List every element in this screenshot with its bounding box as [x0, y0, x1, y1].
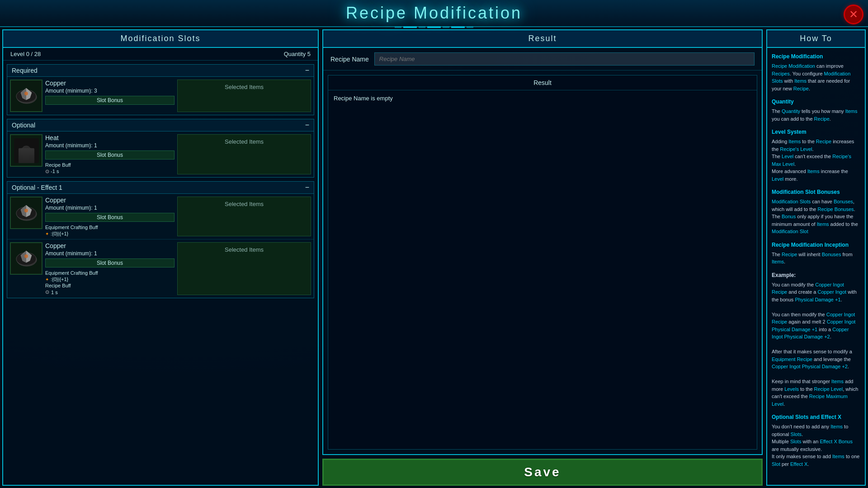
effect1-slot1-row: Copper Amount (minimum): 1 Slot Bonus Eq…	[7, 194, 314, 239]
close-button[interactable]: ✕	[844, 5, 863, 24]
example-hl11: Recipe Level	[814, 386, 843, 392]
copper-effect1-icon-1	[10, 197, 42, 229]
how-to-quantity-title: Quantity	[772, 98, 860, 106]
top-accent-decoration	[395, 26, 473, 28]
optional-effect1-header: Optional - Effect 1 −	[7, 182, 314, 194]
heat-slot-buff-label: Recipe Buff	[45, 161, 175, 169]
modbonuses-hl2: Bonuses	[834, 199, 853, 204]
effect1-slot1-info: Copper Amount (minimum): 1 Slot Bonus Eq…	[45, 197, 175, 236]
inception-hl1: Recipe	[782, 252, 797, 257]
effect1-slot2-info: Copper Amount (minimum): 1 Slot Bonus Eq…	[45, 242, 175, 295]
recipe-mod-hl2: Recipes	[772, 71, 790, 76]
effect1-slot1-bonus: Slot Bonus	[45, 213, 175, 222]
result-inner: Result Recipe Name is empty	[328, 75, 757, 450]
effect1-slot1-name: Copper	[45, 197, 175, 204]
svg-rect-7	[23, 150, 30, 156]
heat-slot-name: Heat	[45, 134, 175, 141]
example-hl7: Equipment Recipe	[772, 357, 812, 362]
svg-point-14	[24, 209, 28, 212]
example-hl10: Levels	[784, 386, 799, 392]
example-hl8: Copper Ingot Physical Damage +2	[772, 364, 848, 369]
optional-collapse-button[interactable]: −	[305, 121, 309, 129]
required-slot-info: Copper Amount (minimum): 3 Slot Bonus	[45, 80, 175, 112]
how-to-section-optional-effect: Optional Slots and Effect X You don't ne…	[772, 413, 860, 468]
recipe-mod-hl5: Recipe	[793, 86, 809, 91]
panel-header: Modification Slots	[3, 30, 318, 48]
heat-buff-text: -1 s	[51, 169, 59, 174]
heat-slot-buff-value: ⊙ -1 s	[45, 169, 175, 174]
heat-svg	[17, 141, 35, 160]
page-title: Recipe Modification	[346, 4, 522, 23]
copper-item-icon-required	[10, 80, 42, 112]
level-hl7: Level	[772, 176, 783, 182]
level-label: Level 0 / 28	[10, 51, 41, 57]
required-selected-items-label: Selected Items	[225, 82, 264, 90]
copper-slot-amount: Amount (minimum): 3	[45, 88, 175, 94]
optional-selected-items[interactable]: Selected Items	[177, 134, 311, 174]
modification-slots-panel: Modification Slots Level 0 / 28 Quantity…	[2, 29, 319, 486]
quantity-label: Quantity 5	[284, 51, 311, 57]
modification-slots-title: Modification Slots	[120, 34, 200, 43]
copper-effect1-icon-2	[10, 242, 42, 275]
effect1-slot2-selected[interactable]: Selected Items	[177, 242, 311, 295]
required-title: Required	[12, 67, 38, 74]
quantity-hl1: Quantity	[782, 108, 800, 114]
effect1-slot1-details: Copper Amount (minimum): 1 Slot Bonus Eq…	[45, 197, 311, 236]
effect1-slot2-amount: Amount (minimum): 1	[45, 250, 175, 257]
how-to-content: Recipe Modification Recipe Modification …	[767, 48, 865, 485]
optional-effect1-collapse-button[interactable]: −	[305, 183, 309, 192]
svg-point-5	[24, 92, 28, 95]
optional-section-header: Optional −	[7, 119, 314, 131]
quantity-hl3: Recipe	[814, 116, 830, 122]
modbonuses-hl4: Bonus	[782, 214, 796, 219]
opteffect-hl6: Slot	[772, 461, 780, 467]
level-hl1: Items	[788, 139, 801, 144]
how-to-panel: How To Recipe Modification Recipe Modifi…	[766, 29, 866, 486]
effect1-slot2-bonus: Slot Bonus	[45, 258, 175, 267]
how-to-section-example: Example: You can modify the Copper Ingot…	[772, 271, 860, 408]
how-to-recipe-mod-text: Recipe Modification can improve Recipes.…	[772, 62, 860, 92]
recipe-mod-hl1: Recipe Modification	[772, 63, 815, 69]
how-to-level-title: Level System	[772, 128, 860, 136]
optional-slot-details: Heat Amount (minimum): 1 Slot Bonus Reci…	[45, 134, 311, 174]
effect1-slot1-buff-label: Equipment Crafting Buff	[45, 224, 175, 231]
save-button[interactable]: Save	[322, 459, 763, 486]
svg-rect-6	[21, 148, 32, 157]
copper-slot-bonus-label: Slot Bonus	[45, 96, 175, 105]
inception-hl3: Items	[772, 259, 784, 264]
quantity-hl2: Items	[845, 108, 858, 114]
required-section: Required −	[7, 64, 314, 115]
how-to-inception-title: Recipe Modification Inception	[772, 241, 860, 249]
star-icon-1: ✦	[45, 231, 49, 236]
required-selected-items[interactable]: Selected Items	[177, 80, 311, 112]
recipe-name-input[interactable]	[374, 52, 755, 66]
svg-point-20	[24, 254, 28, 258]
example-hl12: Recipe Maximum Level	[772, 394, 848, 407]
result-content: Result Recipe Name is empty	[323, 70, 762, 454]
required-slot-row: Copper Amount (minimum): 3 Slot Bonus Se…	[7, 77, 314, 115]
opteffect-hl5: Items	[832, 454, 844, 459]
how-to-section-level: Level System Adding Items to the Recipe …	[772, 128, 860, 183]
how-to-example-text: You can modify the Copper Ingot Recipe a…	[772, 281, 860, 408]
star-icon-2: ✦	[45, 277, 49, 282]
effect1-slot1-selected[interactable]: Selected Items	[177, 197, 311, 236]
panel-content: Required −	[3, 61, 318, 485]
recipe-name-label: Recipe Name	[330, 56, 369, 63]
optional-title: Optional	[12, 122, 35, 129]
heat-item-icon	[10, 134, 42, 167]
level-hl4: Level	[782, 154, 793, 159]
how-to-mod-bonuses-title: Modification Slot Bonuses	[772, 188, 860, 196]
effect1-slot2-name: Copper	[45, 242, 175, 249]
opteffect-hl4: Effect X Bonus	[820, 439, 853, 444]
opteffect-hl3: Slots	[790, 439, 801, 444]
middle-panel: Result Recipe Name Result Recipe Name is…	[322, 29, 763, 486]
result-panel-title: Result	[323, 30, 762, 48]
heat-slot-amount: Amount (minimum): 1	[45, 142, 175, 149]
effect1-slot2-extra-buff-label: Recipe Buff	[45, 282, 175, 289]
example-hl2: Copper Ingot	[818, 289, 847, 295]
how-to-mod-bonuses-text: Modification Slots can have Bonuses, whi…	[772, 198, 860, 235]
inception-hl2: Bonuses	[822, 252, 841, 257]
modbonuses-hl6: Modification Slot	[772, 229, 808, 234]
required-collapse-button[interactable]: −	[305, 66, 309, 75]
how-to-section-mod-bonuses: Modification Slot Bonuses Modification S…	[772, 188, 860, 235]
